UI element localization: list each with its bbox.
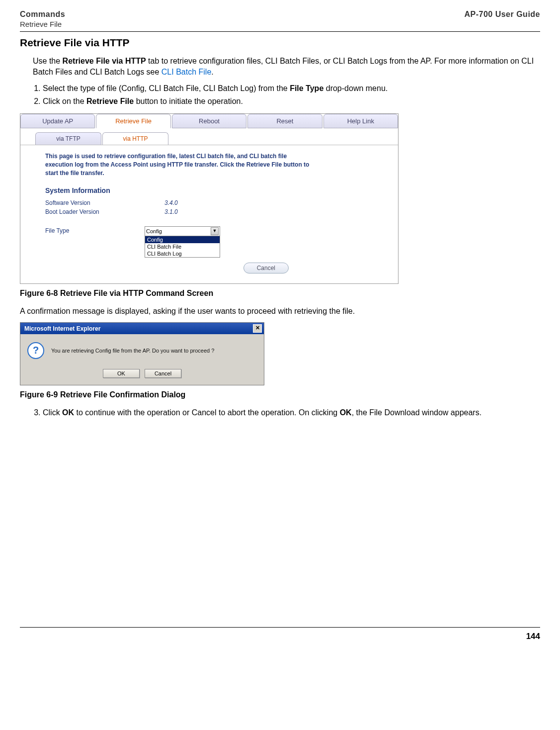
dialog-title: Microsoft Internet Explorer xyxy=(24,325,100,332)
confirmation-text: A confirmation message is displayed, ask… xyxy=(20,306,540,317)
file-type-option-cli-batch-file[interactable]: CLI Batch File xyxy=(145,243,220,250)
intro-bold-1: Retrieve File via HTTP xyxy=(63,57,146,65)
file-type-dropdown[interactable]: Config ▼ Config CLI Batch File CLI Batch… xyxy=(145,226,220,258)
software-version-label: Software Version xyxy=(45,199,164,206)
system-information-header: System Information xyxy=(45,186,378,194)
step1-text-c: drop-down menu. xyxy=(323,84,388,92)
tab-reset[interactable]: Reset xyxy=(247,114,322,128)
page-number: 144 xyxy=(20,632,540,641)
boot-loader-version-label: Boot Loader Version xyxy=(45,208,164,215)
close-icon[interactable]: ✕ xyxy=(253,324,262,333)
subtab-via-http[interactable]: via HTTP xyxy=(102,132,168,145)
file-type-label: File Type xyxy=(45,226,145,234)
steps-list-2: Click OK to continue with the operation … xyxy=(20,407,540,418)
figure-6-9-caption: Figure 6-9 Retrieve File Confirmation Di… xyxy=(20,390,540,399)
boot-loader-version-value: 3.1.0 xyxy=(164,208,178,215)
header-right-title: AP-700 User Guide xyxy=(464,10,540,19)
intro-text-3: . xyxy=(211,68,213,76)
step3-text-a: Click xyxy=(43,408,62,417)
footer-rule xyxy=(20,627,540,628)
tab-update-ap[interactable]: Update AP xyxy=(20,114,95,128)
ok-button[interactable]: OK xyxy=(103,369,140,378)
cancel-button[interactable]: Cancel xyxy=(243,263,289,274)
file-type-option-config[interactable]: Config xyxy=(145,236,220,243)
cli-batch-file-link[interactable]: CLI Batch File xyxy=(161,68,211,76)
panel-description: This page is used to retrieve configurat… xyxy=(45,152,314,177)
step3-bold-1: OK xyxy=(62,408,74,417)
file-type-dropdown-display[interactable]: Config ▼ xyxy=(145,227,220,236)
confirmation-dialog-screenshot: Microsoft Internet Explorer ✕ ? You are … xyxy=(20,322,264,385)
step3-bold-2: OK xyxy=(340,408,352,417)
step1-text-a: Select the type of file (Config, CLI Bat… xyxy=(43,84,290,92)
section-title: Retrieve File via HTTP xyxy=(20,37,540,49)
boot-loader-version-row: Boot Loader Version 3.1.0 xyxy=(45,208,378,215)
retrieve-file-screenshot: Update AP Retrieve File Reboot Reset Hel… xyxy=(20,113,399,283)
tab-retrieve-file[interactable]: Retrieve File xyxy=(96,114,170,128)
file-type-option-cli-batch-log[interactable]: CLI Batch Log xyxy=(145,250,220,257)
steps-list-1: Select the type of file (Config, CLI Bat… xyxy=(33,83,540,106)
header-left-sub: Retrieve File xyxy=(20,20,540,28)
header-rule xyxy=(20,31,540,32)
software-version-value: 3.4.0 xyxy=(164,199,178,206)
step2-text-a: Click on the xyxy=(43,97,86,105)
retrieve-file-panel: This page is used to retrieve configurat… xyxy=(20,145,398,283)
step3-text-c: to continue with the operation or Cancel… xyxy=(74,408,340,417)
figure-6-8-caption: Figure 6-8 Retrieve File via HTTP Comman… xyxy=(20,289,540,298)
chevron-down-icon[interactable]: ▼ xyxy=(211,227,219,235)
question-icon: ? xyxy=(27,342,44,359)
intro-paragraph: Use the Retrieve File via HTTP tab to re… xyxy=(33,56,540,77)
step3-text-e: , the File Download window appears. xyxy=(352,408,481,417)
step-1: Select the type of file (Config, CLI Bat… xyxy=(43,83,540,94)
file-type-current-value: Config xyxy=(146,228,162,234)
step-3: Click OK to continue with the operation … xyxy=(43,407,540,418)
step1-bold: File Type xyxy=(290,84,323,92)
dialog-title-bar: Microsoft Internet Explorer ✕ xyxy=(20,323,264,334)
sub-tab-row: via TFTP via HTTP xyxy=(35,132,169,145)
subtab-via-tftp[interactable]: via TFTP xyxy=(35,132,101,145)
tab-help-link[interactable]: Help Link xyxy=(323,114,398,128)
step2-text-c: button to initiate the operation. xyxy=(134,97,243,105)
intro-text-1: Use the xyxy=(33,57,63,65)
step-2: Click on the Retrieve File button to ini… xyxy=(43,96,540,107)
dialog-message: You are retrieving Config file from the … xyxy=(51,348,214,354)
header-left-title: Commands xyxy=(20,10,65,19)
tab-reboot[interactable]: Reboot xyxy=(172,114,246,128)
main-tab-row: Update AP Retrieve File Reboot Reset Hel… xyxy=(20,114,398,128)
software-version-row: Software Version 3.4.0 xyxy=(45,199,378,206)
dialog-cancel-button[interactable]: Cancel xyxy=(145,369,181,378)
step2-bold: Retrieve File xyxy=(86,97,134,105)
